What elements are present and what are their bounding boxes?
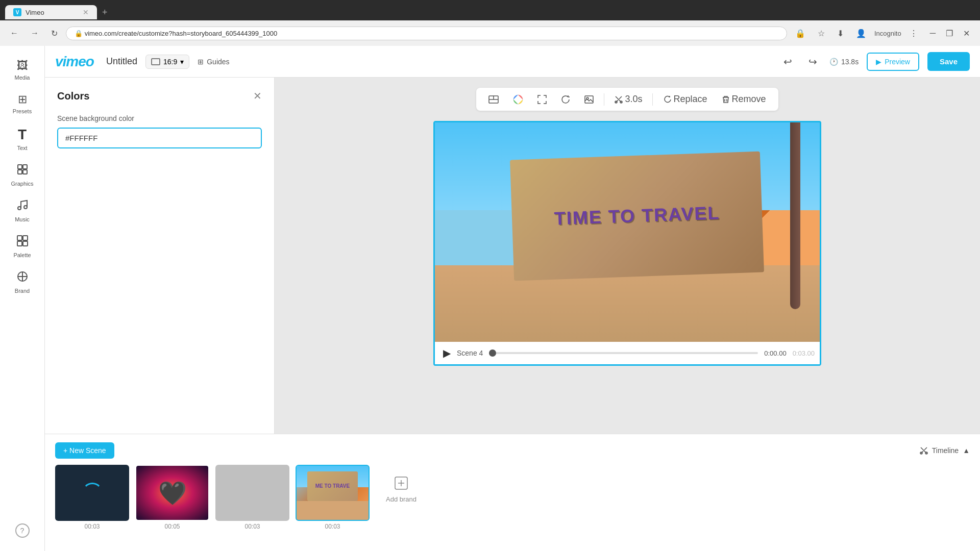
duration-value: 3.0s [625, 94, 642, 105]
tab-favicon: V [13, 8, 21, 16]
svg-rect-2 [18, 170, 22, 174]
svg-rect-6 [17, 236, 22, 240]
back-button[interactable]: ← [6, 27, 22, 40]
play-button[interactable]: ▶ [443, 347, 451, 359]
scene-image-1 [55, 465, 129, 521]
duration-value: 13.8s [841, 58, 859, 66]
heart-image: 🖤 [136, 466, 208, 520]
travel-image: TIME TO TRAVEL [435, 122, 820, 342]
incognito-label: Incognito [874, 30, 901, 37]
browser-actions: 🔒 ☆ ⬇ 👤 Incognito ⋮ [791, 27, 922, 40]
scene-thumb-3[interactable]: 00:03 [215, 465, 289, 530]
replace-button[interactable]: Replace [659, 92, 711, 107]
thumb-sign: ME TO TRAVE [307, 471, 358, 501]
sidebar-item-palette[interactable]: Palette [4, 230, 41, 263]
color-tool-button[interactable] [509, 92, 527, 107]
music-icon [16, 199, 29, 214]
scene-image-3 [215, 465, 289, 521]
toolbar-separator-1 [604, 93, 604, 106]
extensions-icon[interactable]: 🔒 [791, 27, 810, 40]
bookmark-icon[interactable]: ☆ [814, 27, 829, 40]
duration-tool-button[interactable]: 3.0s [610, 92, 646, 107]
timeline-thumb[interactable] [489, 349, 496, 357]
sidebar-item-text[interactable]: T Text [4, 121, 41, 156]
timeline-toggle[interactable]: Timeline ▲ [920, 446, 970, 455]
sidebar-item-music[interactable]: Music [4, 194, 41, 228]
sidebar: 🖼 Media ⊞ Presets T Text Graphics [0, 46, 45, 551]
timeline-track[interactable] [489, 352, 758, 354]
editor-area: 3.0s Replace Remove [275, 78, 980, 434]
tab-close-button[interactable]: ✕ [83, 8, 89, 16]
active-tab[interactable]: V Vimeo ✕ [5, 5, 97, 19]
scenes-list: 00:03 🖤 00:05 00:03 [55, 465, 970, 530]
scene-time-1: 00:03 [55, 523, 129, 530]
menu-icon[interactable]: ⋮ [905, 27, 922, 40]
sidebar-item-presets[interactable]: ⊞ Presets [4, 88, 41, 119]
layout-icon [488, 95, 499, 104]
refresh-button[interactable]: ↻ [47, 27, 62, 40]
scene-image-4: ME TO TRAVE [296, 465, 370, 521]
restore-button[interactable]: ❐ [942, 28, 957, 39]
sign-text: TIME TO TRAVEL [554, 202, 720, 229]
app-topbar: vimeo Untitled 16:9 ▾ ⊞ Guides ↩ ↪ 🕐 13.… [45, 46, 980, 78]
brand-label: Brand [15, 288, 30, 294]
canvas-image[interactable]: TIME TO TRAVEL [435, 122, 820, 342]
media-icon: 🖼 [17, 59, 28, 72]
undo-button[interactable]: ↩ [779, 54, 796, 70]
save-button[interactable]: Save [927, 52, 970, 71]
tree-trunk [790, 122, 800, 309]
svg-rect-0 [18, 165, 22, 169]
panel-header: Colors ✕ [57, 90, 262, 102]
colors-panel: Colors ✕ Scene background color [45, 78, 275, 434]
project-title[interactable]: Untitled [106, 56, 137, 67]
ratio-chevron: ▾ [180, 58, 184, 66]
guides-icon: ⊞ [198, 58, 204, 66]
new-tab-button[interactable]: + [98, 5, 112, 20]
profile-icon[interactable]: 👤 [852, 27, 870, 40]
editor-toolbar: 3.0s Replace Remove [476, 88, 778, 111]
scene-time-3: 00:03 [215, 523, 289, 530]
timeline-bar: ▶ Scene 4 0:00.00 0:03.00 [435, 342, 821, 364]
preview-label: Preview [885, 58, 910, 66]
palette-icon [16, 235, 29, 250]
sidebar-item-brand[interactable]: Brand [4, 265, 41, 299]
loading-spinner [82, 483, 103, 503]
fullscreen-tool-button[interactable] [533, 93, 551, 106]
close-button[interactable]: ✕ [959, 28, 974, 39]
address-bar[interactable]: 🔒 vimeo.com/create/customize?hash=storyb… [66, 27, 787, 40]
aspect-ratio-selector[interactable]: 16:9 ▾ [145, 55, 189, 69]
rotate-tool-button[interactable] [557, 93, 574, 106]
browser-toolbar: ← → ↻ 🔒 vimeo.com/create/customize?hash=… [0, 20, 980, 46]
forward-button[interactable]: → [27, 27, 43, 40]
add-brand-button[interactable]: Add brand [376, 465, 427, 513]
current-time: 0:00.00 [764, 349, 786, 357]
scene-thumb-1[interactable]: 00:03 [55, 465, 129, 530]
image-tool-button[interactable] [580, 93, 598, 106]
rotate-icon [561, 95, 570, 104]
timeline-label: Timeline [932, 446, 959, 455]
scene-thumb-4[interactable]: ME TO TRAVE 00:03 [296, 465, 370, 530]
guides-label: Guides [207, 58, 229, 66]
sidebar-item-graphics[interactable]: Graphics [4, 158, 41, 192]
new-scene-button[interactable]: + New Scene [55, 442, 114, 459]
sidebar-item-media[interactable]: 🖼 Media [4, 54, 41, 86]
palette-label: Palette [13, 252, 31, 258]
scene-time-2: 00:05 [135, 523, 209, 530]
trash-icon [722, 95, 730, 104]
minimize-button[interactable]: ─ [926, 28, 940, 39]
replace-label: Replace [673, 94, 707, 105]
scene-label: Scene 4 [457, 349, 483, 357]
download-icon[interactable]: ⬇ [833, 27, 848, 40]
play-icon: ▶ [876, 58, 881, 66]
remove-button[interactable]: Remove [718, 92, 770, 107]
redo-button[interactable]: ↪ [804, 54, 821, 70]
clock-icon: 🕐 [829, 58, 838, 66]
preview-button[interactable]: ▶ Preview [867, 53, 919, 71]
svg-rect-3 [23, 170, 27, 174]
scene-thumb-2[interactable]: 🖤 00:05 [135, 465, 209, 530]
help-button[interactable]: ? [4, 518, 41, 543]
layout-tool-button[interactable] [484, 93, 503, 106]
panel-close-button[interactable]: ✕ [253, 90, 262, 102]
guides-button[interactable]: ⊞ Guides [198, 58, 229, 66]
bg-color-input[interactable] [57, 128, 262, 148]
